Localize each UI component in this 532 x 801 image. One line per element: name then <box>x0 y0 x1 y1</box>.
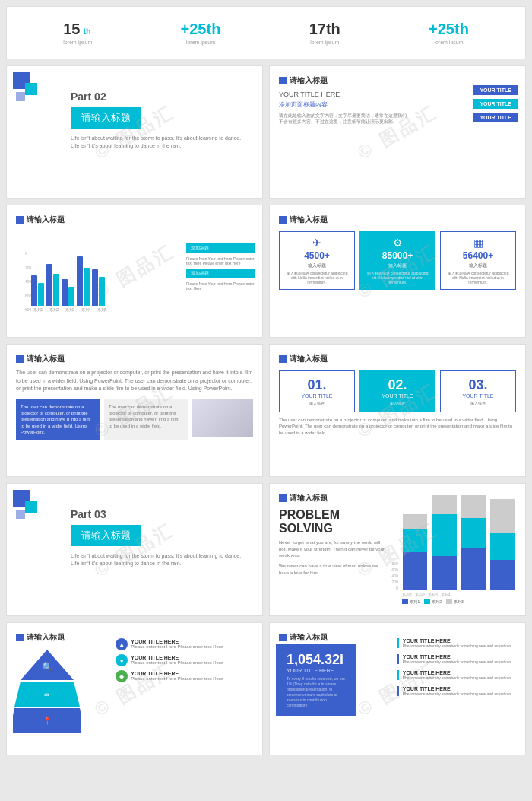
num-card-0: 01. YOUR TITLE 输入描述 <box>279 370 355 412</box>
text-title-sq <box>16 355 24 363</box>
nc-num-1: 02. <box>365 377 430 393</box>
bignum-title-sq <box>279 634 287 641</box>
card-title-1: 输入标题 <box>363 262 432 269</box>
pyramid-icon-top: 🔍 <box>42 661 53 672</box>
nc-desc-0: 输入描述 <box>284 401 350 405</box>
funnel-desc-1: Please enter text Here Please enter text… <box>131 660 223 666</box>
nc-sub-0: YOUR TITLE <box>284 393 350 399</box>
yt-badges: YOUR TITLE YOUR TITLE YOUR TITLE <box>473 85 518 122</box>
yt-badge3: YOUR TITLE <box>473 113 518 122</box>
funnel-item-2: ◆ YOUR TITLE HERE Please enter text Here… <box>116 670 256 682</box>
stat-group-2: +25th lorem ipsum <box>181 21 221 45</box>
part03-desc1: Life isn't about waiting for the storm t… <box>71 552 253 560</box>
your-title-slide: © 图品汇 请输入标题 YOUR TITLE HERE 添加页面标题内容 请在此… <box>269 65 526 199</box>
big-num-sub: YOUR TITLE HERE <box>287 668 345 673</box>
text-box-blue: The user can demonstrate on a projector … <box>16 399 100 440</box>
funnel-item-0: ▲ YOUR TITLE HERE Please enter text Here… <box>116 638 256 650</box>
y-axis: 800 600 400 200 0 <box>25 251 31 312</box>
pyramid-icon-bot: 📍 <box>43 716 52 726</box>
text-box-gray: The user can demonstrate on a projector … <box>104 399 188 440</box>
rli-title-3: YOUR TITLE HERE <box>403 686 519 691</box>
num-cards-slide: © 图品汇 请输入标题 01. YOUR TITLE 输入描述 02. YOUR… <box>269 344 526 477</box>
card-num-2: 56400+ <box>444 250 512 261</box>
add-labels: 添加标题 Please Note Your text Here Please e… <box>186 243 255 291</box>
stats-cards-slide: © 图品汇 请输入标题 ✈ 4500+ 输入标题 输入标题描述 consecte… <box>269 205 526 338</box>
num-card-1: 02. YOUR TITLE 输入描述 <box>359 370 435 412</box>
stat-num-4: +25th <box>429 21 469 38</box>
funnel-items: ▲ YOUR TITLE HERE Please enter text Here… <box>116 638 256 686</box>
problem-main-title: PROBLEM SOLVING <box>279 508 385 535</box>
rli-desc-1: Phenomenon whereby somebody something ne… <box>403 660 519 664</box>
rli-title-2: YOUR TITLE HERE <box>403 670 519 675</box>
stat-card-2: ▦ 56400+ 输入标题 输入标题描述 consectetur adipisc… <box>440 231 516 290</box>
rli-desc-0: Phenomenon whereby somebody something ne… <box>403 644 519 648</box>
funnel-title-2: YOUR TITLE HERE <box>131 671 223 676</box>
funnel-icon-1: ● <box>116 654 128 666</box>
right-list-item-0: YOUR TITLE HERE Phenomenon whereby someb… <box>397 638 519 648</box>
rli-title-0: YOUR TITLE HERE <box>403 638 519 644</box>
card-desc-1: 输入标题描述 consectetur adipiscing elit. Null… <box>363 271 432 284</box>
part-label: Part 02 <box>71 91 253 103</box>
nc-num-2: 03. <box>445 377 511 393</box>
chart-slide: © 图品汇 请输入标题 800 600 400 200 0 系列1 系列2 <box>6 205 263 338</box>
problem-title-sq <box>279 494 287 502</box>
part03-title: 请输入标题 <box>71 525 141 546</box>
add-label2: 添加标题 <box>186 269 255 278</box>
part03-desc2: Life isn't it's about learning to dance … <box>71 560 253 567</box>
funnel-title-sq <box>16 634 24 641</box>
add-label1: 添加标题 <box>186 243 255 253</box>
nc-num-0: 01. <box>284 377 350 393</box>
num-section-title: 请输入标题 <box>279 354 516 364</box>
deco-sq2b <box>25 501 37 513</box>
big-num-box: 1,054.32i YOUR TITLE HERE To every 8 res… <box>276 644 356 716</box>
text-section-title: 请输入标题 <box>16 354 253 364</box>
nc-sub-1: YOUR TITLE <box>365 393 430 399</box>
num-desc-text: The user can demonstrate on a projector … <box>279 417 516 436</box>
bignumber-slide: © 图品汇 请输入标题 1,054.32i YOUR TITLE HERE To… <box>269 622 526 755</box>
stat-num-3: 17th <box>309 21 340 38</box>
nc-desc-1: 输入描述 <box>365 401 430 405</box>
problem-text1: Never forget what you are, for surely th… <box>279 539 385 558</box>
right-list-item-1: YOUR TITLE HERE Phenomenon whereby someb… <box>397 654 519 664</box>
stats-slide: 15 th lorem ipsum +25th lorem ipsum 17th… <box>6 6 526 59</box>
part-desc1: Life isn't about waiting for the storm t… <box>71 135 253 142</box>
text-boxes: The user can demonstrate on a projector … <box>16 399 253 440</box>
card-icon-1: ⚙ <box>363 237 432 249</box>
funnel-title-0: YOUR TITLE HERE <box>131 639 223 644</box>
deco-sq3 <box>16 92 25 101</box>
problem-text2: We never can have a true view of man unl… <box>279 563 385 576</box>
yt-badge2: YOUR TITLE <box>473 99 518 109</box>
funnel-title-1: YOUR TITLE HERE <box>131 655 223 660</box>
num-card-2: 03. YOUR TITLE 输入描述 <box>440 370 516 412</box>
stats-section-title: 请输入标题 <box>279 215 516 225</box>
problem-slide: © 图品汇 请输入标题 PROBLEM SOLVING Never forget… <box>269 483 526 616</box>
big-num: 1,054.32i <box>287 652 345 668</box>
stat-group-3: 17th lorem ipsum <box>309 21 340 45</box>
stats-title-sq <box>279 216 287 224</box>
card-desc-0: 输入标题描述 consectetur adipiscing elit. Null… <box>283 271 351 284</box>
chart-title-sq <box>16 216 24 224</box>
card-num-0: 4500+ <box>283 250 351 261</box>
right-list: YOUR TITLE HERE Phenomenon whereby someb… <box>397 638 519 702</box>
card-icon-0: ✈ <box>283 237 351 249</box>
pyramid-icon-mid: ✏ <box>44 691 51 699</box>
stat-card-1: ⚙ 85000+ 输入标题 输入标题描述 consectetur adipisc… <box>359 231 435 290</box>
deco-sq3b <box>16 510 25 519</box>
funnel-desc-0: Please enter text Here Please enter text… <box>131 644 223 650</box>
stat-num-2: +25th <box>181 21 221 38</box>
text-intro: The user can demonstrate on a projector … <box>16 369 253 393</box>
yt-body: 请在此处输入您的文字内容，文字尽量要简洁，通常在这里我们不会有很多内容。不过在这… <box>279 113 410 126</box>
stat-label-4: lorem ipsum <box>429 40 469 45</box>
funnel-icon-0: ▲ <box>116 638 128 650</box>
part-title: 请输入标题 <box>71 107 141 129</box>
stat-group-1: 15 th lorem ipsum <box>63 21 92 45</box>
part03-slide: © 图品汇 Part 03 请输入标题 Life isn't about wai… <box>6 483 263 616</box>
pyramid-container: 🔍 ✏ 📍 <box>13 646 81 740</box>
part02-slide: © 图品汇 Part 02 请输入标题 Life isn't about wai… <box>6 65 263 199</box>
funnel-desc-2: Please enter text Here Please enter text… <box>131 676 223 682</box>
watermark2: © 图品汇 <box>353 100 442 165</box>
card-desc-2: 输入标题描述 consectetur adipiscing elit. Null… <box>444 271 512 284</box>
stat-group-4: +25th lorem ipsum <box>429 21 469 45</box>
funnel-icon-2: ◆ <box>116 670 128 682</box>
funnel-slide: © 图品汇 请输入标题 🔍 ✏ 📍 ▲ YOUR TITLE HE <box>6 622 263 755</box>
